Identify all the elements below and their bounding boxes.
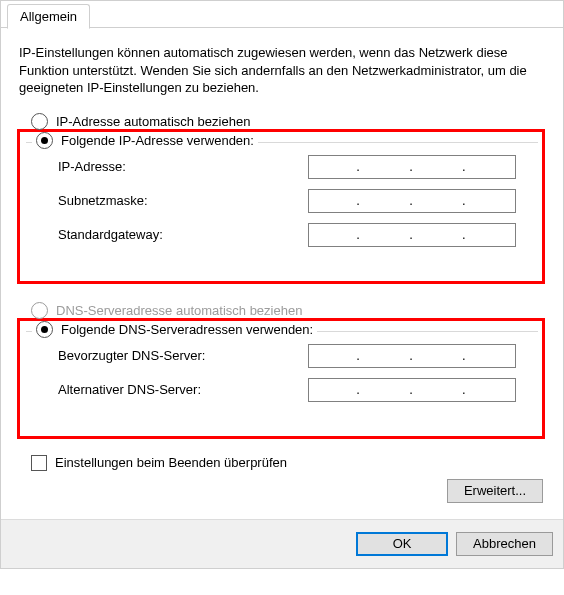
preferred-dns-label: Bevorzugter DNS-Server: — [58, 348, 308, 363]
radio-dns-manual[interactable] — [36, 321, 53, 338]
tab-body: IP-Einstellungen können automatisch zuge… — [1, 28, 563, 519]
group-dns-manual: Folgende DNS-Serveradressen verwenden: B… — [26, 331, 538, 420]
description-text: IP-Einstellungen können automatisch zuge… — [19, 44, 545, 97]
radio-icon — [31, 302, 48, 319]
cancel-button[interactable]: Abbrechen — [456, 532, 553, 556]
radio-ip-manual-label: Folgende IP-Adresse verwenden: — [61, 133, 254, 148]
dialog-footer: OK Abbrechen — [1, 519, 563, 568]
preferred-dns-input[interactable]: . . . — [308, 344, 516, 368]
tab-general-label: Allgemein — [20, 9, 77, 24]
ip-address-label: IP-Adresse: — [58, 159, 308, 174]
radio-ip-auto-label: IP-Adresse automatisch beziehen — [56, 114, 250, 129]
radio-ip-manual[interactable] — [36, 132, 53, 149]
tab-strip: Allgemein — [1, 1, 563, 28]
radio-icon — [31, 113, 48, 130]
properties-dialog: Allgemein IP-Einstellungen können automa… — [0, 0, 564, 569]
highlight-box-dns: Folgende DNS-Serveradressen verwenden: B… — [17, 318, 545, 439]
subnet-mask-label: Subnetzmaske: — [58, 193, 308, 208]
checkbox-icon — [31, 455, 47, 471]
default-gateway-input[interactable]: . . . — [308, 223, 516, 247]
highlight-box-ip: Folgende IP-Adresse verwenden: IP-Adress… — [17, 129, 545, 284]
alternate-dns-input[interactable]: . . . — [308, 378, 516, 402]
group-ip-manual: Folgende IP-Adresse verwenden: IP-Adress… — [26, 142, 538, 265]
ip-address-input[interactable]: . . . — [308, 155, 516, 179]
validate-on-exit-label: Einstellungen beim Beenden überprüfen — [55, 455, 287, 470]
radio-dns-manual-label: Folgende DNS-Serveradressen verwenden: — [61, 322, 313, 337]
ok-button[interactable]: OK — [356, 532, 448, 556]
subnet-mask-input[interactable]: . . . — [308, 189, 516, 213]
radio-dns-auto-label: DNS-Serveradresse automatisch beziehen — [56, 303, 302, 318]
advanced-button[interactable]: Erweitert... — [447, 479, 543, 503]
alternate-dns-label: Alternativer DNS-Server: — [58, 382, 308, 397]
validate-on-exit-checkbox[interactable]: Einstellungen beim Beenden überprüfen — [31, 455, 545, 471]
tab-general[interactable]: Allgemein — [7, 4, 90, 29]
default-gateway-label: Standardgateway: — [58, 227, 308, 242]
